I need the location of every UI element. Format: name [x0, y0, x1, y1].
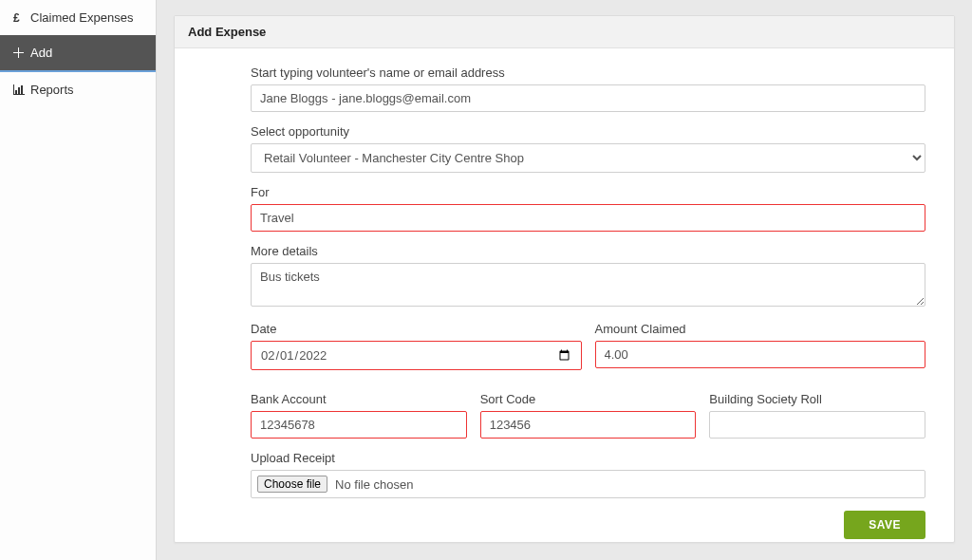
file-input-wrap[interactable]: Choose file No file chosen: [251, 470, 925, 498]
sidebar-item-label: Add: [30, 46, 52, 60]
opportunity-select[interactable]: Retail Volunteer - Manchester City Centr…: [251, 143, 925, 173]
plus-icon: [12, 47, 25, 58]
for-group: For: [251, 185, 925, 232]
sidebar-item-add[interactable]: Add: [0, 35, 156, 72]
pound-icon: £: [12, 12, 25, 24]
sidebar-item-reports[interactable]: Reports: [0, 72, 156, 107]
amount-label: Amount Claimed: [595, 322, 926, 336]
volunteer-label: Start typing volunteer's name or email a…: [251, 65, 925, 80]
bank-row: Bank Account Sort Code Building Society …: [251, 392, 925, 451]
opportunity-label: Select opportunity: [251, 124, 925, 139]
main-content: Add Expense Start typing volunteer's nam…: [157, 0, 972, 560]
volunteer-input[interactable]: [251, 84, 925, 112]
building-society-group: Building Society Roll: [709, 392, 925, 439]
date-input[interactable]: [251, 341, 582, 370]
amount-input[interactable]: [595, 341, 926, 368]
sidebar-item-label: Reports: [30, 83, 74, 97]
file-status-text: No file chosen: [335, 477, 413, 492]
panel-title: Add Expense: [175, 16, 954, 48]
bank-account-input[interactable]: [251, 411, 467, 439]
sort-code-label: Sort Code: [480, 392, 697, 406]
bank-account-label: Bank Account: [251, 392, 467, 406]
upload-group: Upload Receipt Choose file No file chose…: [251, 451, 925, 498]
bank-account-group: Bank Account: [251, 392, 467, 439]
opportunity-group: Select opportunity Retail Volunteer - Ma…: [251, 124, 925, 173]
date-label: Date: [251, 322, 582, 336]
choose-file-button[interactable]: Choose file: [257, 476, 327, 493]
chart-icon: [12, 84, 25, 95]
more-details-label: More details: [251, 244, 925, 258]
upload-label: Upload Receipt: [251, 451, 925, 465]
add-expense-panel: Add Expense Start typing volunteer's nam…: [174, 15, 955, 543]
volunteer-group: Start typing volunteer's name or email a…: [251, 65, 925, 112]
sort-code-input[interactable]: [480, 411, 697, 439]
sidebar-item-label: Claimed Expenses: [30, 10, 133, 25]
more-details-group: More details Bus tickets: [251, 244, 925, 309]
more-details-textarea[interactable]: Bus tickets: [251, 263, 925, 307]
amount-group: Amount Claimed: [595, 322, 926, 370]
date-group: Date: [251, 322, 582, 370]
sort-code-group: Sort Code: [480, 392, 697, 439]
building-society-input[interactable]: [709, 411, 925, 439]
form-actions: SAVE: [251, 511, 925, 539]
building-society-label: Building Society Roll: [709, 392, 925, 406]
sidebar: £ Claimed Expenses Add Reports: [0, 0, 157, 560]
date-amount-row: Date Amount Claimed: [251, 322, 925, 383]
save-button[interactable]: SAVE: [844, 511, 925, 539]
panel-body: Start typing volunteer's name or email a…: [175, 48, 954, 542]
svg-text:£: £: [13, 12, 20, 24]
for-input[interactable]: [251, 204, 925, 232]
for-label: For: [251, 185, 925, 199]
sidebar-item-claimed-expenses[interactable]: £ Claimed Expenses: [0, 0, 156, 35]
